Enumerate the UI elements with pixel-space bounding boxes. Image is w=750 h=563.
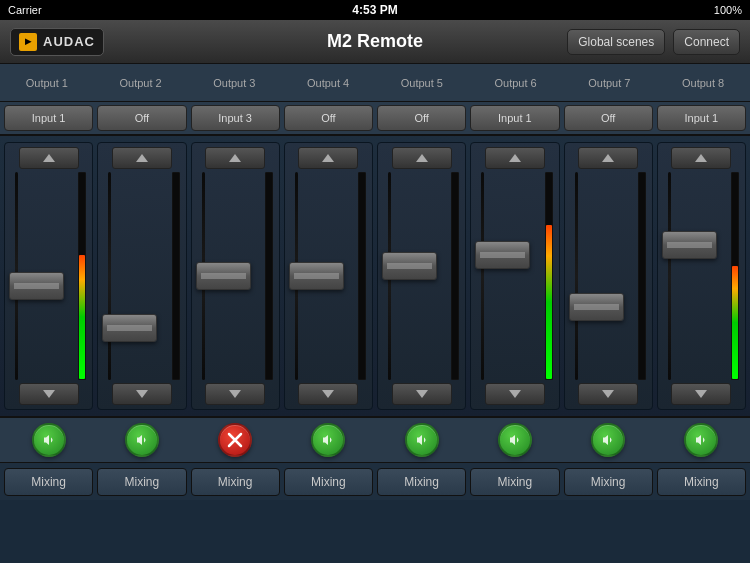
logo: ▶ AUDAC — [10, 28, 104, 56]
fader-down-3[interactable] — [205, 383, 265, 405]
input-select-4[interactable]: Off — [284, 105, 373, 131]
fader-up-7[interactable] — [578, 147, 638, 169]
inputs-row: Input 1OffInput 3OffOffInput 1OffInput 1 — [0, 102, 750, 136]
fader-body-8[interactable] — [660, 172, 743, 380]
fader-down-6[interactable] — [485, 383, 545, 405]
output-label-6: Output 6 — [469, 77, 563, 89]
output-labels-row: Output 1Output 2Output 3Output 4Output 5… — [0, 64, 750, 102]
fader-handle-3[interactable] — [196, 262, 251, 290]
battery-text: 100% — [714, 4, 742, 16]
fader-channel-2 — [97, 142, 186, 410]
fader-track-2 — [108, 172, 111, 380]
status-bar: Carrier 4:53 PM 100% — [0, 0, 750, 20]
header: ▶ AUDAC M2 Remote Global scenes Connect — [0, 20, 750, 64]
mute-wrap-4 — [284, 423, 373, 457]
output-label-1: Output 1 — [0, 77, 94, 89]
fader-up-8[interactable] — [671, 147, 731, 169]
fader-handle-5[interactable] — [382, 252, 437, 280]
mixing-label-2[interactable]: Mixing — [97, 468, 186, 496]
output-label-3: Output 3 — [188, 77, 282, 89]
mixing-label-6[interactable]: Mixing — [470, 468, 559, 496]
output-label-4: Output 4 — [281, 77, 375, 89]
output-label-8: Output 8 — [656, 77, 750, 89]
mute-button-6[interactable] — [498, 423, 532, 457]
mute-button-2[interactable] — [125, 423, 159, 457]
fader-body-3[interactable] — [194, 172, 277, 380]
input-select-2[interactable]: Off — [97, 105, 186, 131]
fader-up-6[interactable] — [485, 147, 545, 169]
faders-area — [0, 136, 750, 416]
vu-meter-3 — [265, 172, 273, 380]
app-title: M2 Remote — [327, 31, 423, 52]
fader-down-4[interactable] — [298, 383, 358, 405]
fader-up-3[interactable] — [205, 147, 265, 169]
vu-fill-6 — [546, 225, 552, 380]
audac-icon: ▶ — [19, 33, 37, 51]
mixing-label-4[interactable]: Mixing — [284, 468, 373, 496]
fader-handle-8[interactable] — [662, 231, 717, 259]
mute-button-1[interactable] — [32, 423, 66, 457]
vu-fill-1 — [79, 255, 85, 379]
mute-wrap-1 — [4, 423, 93, 457]
mute-button-7[interactable] — [591, 423, 625, 457]
vu-meter-4 — [358, 172, 366, 380]
fader-body-6[interactable] — [473, 172, 556, 380]
status-time: 4:53 PM — [352, 3, 397, 17]
fader-down-2[interactable] — [112, 383, 172, 405]
mute-wrap-3 — [191, 423, 280, 457]
connect-button[interactable]: Connect — [673, 29, 740, 55]
output-label-7: Output 7 — [563, 77, 657, 89]
mixing-label-1[interactable]: Mixing — [4, 468, 93, 496]
mute-button-5[interactable] — [405, 423, 439, 457]
fader-handle-7[interactable] — [569, 293, 624, 321]
fader-handle-1[interactable] — [9, 272, 64, 300]
fader-body-7[interactable] — [567, 172, 650, 380]
fader-down-5[interactable] — [392, 383, 452, 405]
fader-channel-7 — [564, 142, 653, 410]
fader-channel-8 — [657, 142, 746, 410]
fader-down-7[interactable] — [578, 383, 638, 405]
fader-track-6 — [481, 172, 484, 380]
fader-body-5[interactable] — [380, 172, 463, 380]
fader-handle-2[interactable] — [102, 314, 157, 342]
input-select-8[interactable]: Input 1 — [657, 105, 746, 131]
fader-up-4[interactable] — [298, 147, 358, 169]
global-scenes-button[interactable]: Global scenes — [567, 29, 665, 55]
fader-down-1[interactable] — [19, 383, 79, 405]
fader-body-1[interactable] — [7, 172, 90, 380]
output-label-2: Output 2 — [94, 77, 188, 89]
mute-wrap-2 — [97, 423, 186, 457]
fader-up-5[interactable] — [392, 147, 452, 169]
mixing-label-3[interactable]: Mixing — [191, 468, 280, 496]
mixing-row: MixingMixingMixingMixingMixingMixingMixi… — [0, 462, 750, 500]
vu-meter-6 — [545, 172, 553, 380]
mixing-label-5[interactable]: Mixing — [377, 468, 466, 496]
mute-button-4[interactable] — [311, 423, 345, 457]
input-select-7[interactable]: Off — [564, 105, 653, 131]
fader-down-8[interactable] — [671, 383, 731, 405]
input-select-5[interactable]: Off — [377, 105, 466, 131]
fader-channel-1 — [4, 142, 93, 410]
mute-wrap-5 — [377, 423, 466, 457]
mute-wrap-6 — [470, 423, 559, 457]
mixing-label-8[interactable]: Mixing — [657, 468, 746, 496]
input-select-3[interactable]: Input 3 — [191, 105, 280, 131]
mute-button-3[interactable] — [218, 423, 252, 457]
vu-meter-1 — [78, 172, 86, 380]
logo-text: AUDAC — [43, 34, 95, 49]
input-select-1[interactable]: Input 1 — [4, 105, 93, 131]
fader-channel-6 — [470, 142, 559, 410]
input-select-6[interactable]: Input 1 — [470, 105, 559, 131]
fader-handle-4[interactable] — [289, 262, 344, 290]
vu-meter-2 — [172, 172, 180, 380]
mute-button-8[interactable] — [684, 423, 718, 457]
fader-track-7 — [575, 172, 578, 380]
mixing-label-7[interactable]: Mixing — [564, 468, 653, 496]
mute-wrap-8 — [657, 423, 746, 457]
fader-body-4[interactable] — [287, 172, 370, 380]
fader-up-1[interactable] — [19, 147, 79, 169]
vu-fill-8 — [732, 266, 738, 379]
fader-up-2[interactable] — [112, 147, 172, 169]
fader-body-2[interactable] — [100, 172, 183, 380]
fader-handle-6[interactable] — [475, 241, 530, 269]
